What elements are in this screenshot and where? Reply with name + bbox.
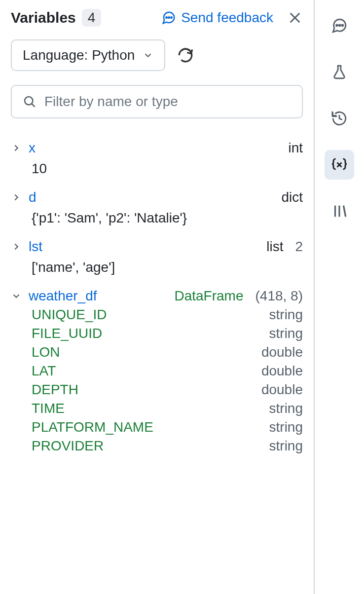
dataframe-column-name: PLATFORM_NAME	[32, 419, 153, 435]
dataframe-column-name: PROVIDER	[32, 438, 104, 454]
variable-value: ['name', 'age']	[11, 255, 303, 275]
language-select-label: Language: Python	[23, 47, 135, 63]
variable-item: lstlist2['name', 'age']	[11, 235, 303, 284]
dataframe-column-type: string	[269, 326, 303, 341]
dataframe-column-row[interactable]: LONdouble	[32, 344, 303, 360]
variable-name: d	[29, 189, 36, 205]
dataframe-column-name: LAT	[32, 363, 56, 379]
variable-header[interactable]: weather_dfDataFrame(418, 8)	[11, 288, 303, 304]
variables-panel: Variables 4 Send feedback Language: Pyt	[0, 0, 315, 594]
variable-item: weather_dfDataFrame(418, 8)UNIQUE_IDstri…	[11, 284, 303, 463]
variable-header[interactable]: lstlist2	[11, 239, 303, 255]
dataframe-column-row[interactable]: DEPTHdouble	[32, 382, 303, 398]
variables-list: xint10ddict{'p1': 'Sam', 'p2': 'Natalie'…	[11, 136, 303, 463]
variable-item: ddict{'p1': 'Sam', 'p2': 'Natalie'}	[11, 186, 303, 235]
variable-type: DataFrame	[174, 288, 243, 304]
dataframe-column-name: LON	[32, 344, 60, 360]
svg-point-0	[166, 17, 168, 18]
filter-box[interactable]	[11, 85, 303, 118]
side-columns-button[interactable]	[325, 196, 354, 226]
svg-line-14	[344, 206, 346, 217]
variable-value: 10	[11, 156, 303, 177]
side-experiments-button[interactable]	[325, 57, 354, 87]
variable-name: x	[29, 140, 36, 156]
chevron-right-icon	[11, 192, 22, 203]
refresh-button[interactable]	[177, 47, 194, 64]
search-icon	[23, 95, 36, 109]
svg-point-5	[25, 97, 33, 105]
dataframe-column-type: string	[269, 419, 303, 435]
filter-input[interactable]	[44, 94, 291, 110]
dataframe-column-name: DEPTH	[32, 382, 78, 398]
variable-name: lst	[29, 239, 42, 255]
dataframe-column-row[interactable]: PROVIDERstring	[32, 438, 303, 454]
chevron-down-icon	[143, 50, 153, 61]
dataframe-columns: UNIQUE_IDstringFILE_UUIDstringLONdoubleL…	[11, 304, 303, 454]
variable-extra: (418, 8)	[255, 288, 303, 304]
dataframe-column-type: string	[269, 438, 303, 454]
side-rail	[315, 0, 364, 594]
panel-header: Variables 4 Send feedback	[11, 9, 303, 27]
dataframe-column-name: UNIQUE_ID	[32, 307, 107, 323]
controls-row: Language: Python	[11, 39, 303, 71]
variable-header[interactable]: xint	[11, 140, 303, 156]
svg-point-8	[339, 25, 340, 26]
svg-point-9	[342, 25, 343, 26]
dataframe-column-row[interactable]: TIMEstring	[32, 401, 303, 416]
feedback-icon	[161, 10, 176, 25]
variable-header[interactable]: ddict	[11, 189, 303, 205]
variable-type: list	[266, 239, 283, 255]
chevron-right-icon	[11, 241, 22, 252]
svg-point-7	[336, 25, 338, 26]
dataframe-column-type: string	[269, 307, 303, 323]
variable-item: xint10	[11, 136, 303, 186]
panel-title: Variables	[11, 9, 76, 26]
chevron-right-icon	[11, 143, 22, 153]
variable-name: weather_df	[29, 288, 97, 304]
dataframe-column-type: double	[261, 363, 303, 379]
side-comments-button[interactable]	[325, 11, 354, 40]
variable-type: dict	[281, 189, 303, 205]
variable-type: int	[288, 140, 303, 156]
dataframe-column-name: TIME	[32, 401, 65, 416]
variable-extra: 2	[295, 239, 303, 255]
language-select[interactable]: Language: Python	[11, 39, 165, 71]
svg-point-2	[171, 17, 173, 18]
side-variables-button[interactable]	[325, 150, 354, 180]
dataframe-column-row[interactable]: UNIQUE_IDstring	[32, 307, 303, 323]
send-feedback-link[interactable]: Send feedback	[161, 10, 273, 26]
dataframe-column-name: FILE_UUID	[32, 326, 102, 341]
dataframe-column-row[interactable]: FILE_UUIDstring	[32, 326, 303, 341]
variable-value: {'p1': 'Sam', 'p2': 'Natalie'}	[11, 205, 303, 226]
variable-count-badge: 4	[82, 9, 102, 27]
send-feedback-label: Send feedback	[181, 10, 273, 26]
svg-line-6	[32, 104, 35, 107]
dataframe-column-type: double	[261, 382, 303, 398]
chevron-down-icon	[11, 291, 22, 301]
close-button[interactable]	[287, 10, 303, 26]
dataframe-column-row[interactable]: PLATFORM_NAMEstring	[32, 419, 303, 435]
side-history-button[interactable]	[325, 104, 354, 133]
dataframe-column-row[interactable]: LATdouble	[32, 363, 303, 379]
dataframe-column-type: string	[269, 401, 303, 416]
dataframe-column-type: double	[261, 344, 303, 360]
svg-point-1	[169, 17, 170, 18]
